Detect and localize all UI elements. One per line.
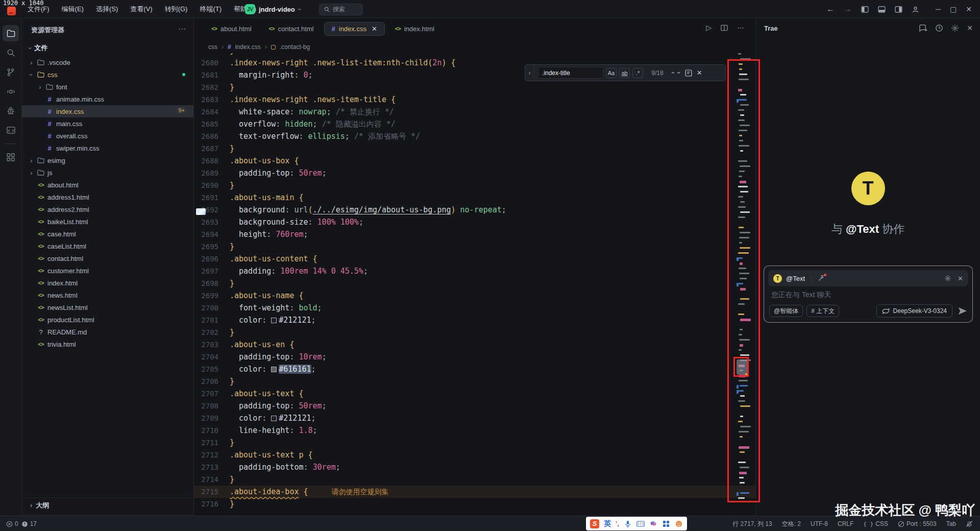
next-match-icon[interactable]: › (675, 71, 683, 74)
code-line[interactable]: 2712.about-us-text p { (194, 449, 755, 461)
file-row[interactable]: <>index.html (22, 277, 193, 289)
encoding[interactable]: UTF-8 (811, 520, 828, 527)
project-switcher[interactable]: JV jndrd-video › (241, 3, 305, 15)
code-line[interactable]: 2686 text-overflow: ellipsis; /* 添加省略号 *… (194, 130, 755, 142)
close-icon[interactable]: ✕ (372, 25, 377, 33)
menu-view[interactable]: 查看(V) (125, 3, 157, 15)
port-status[interactable]: Port : 5503 (898, 520, 937, 527)
cursor-position[interactable]: 行 2717, 列 13 (732, 520, 772, 528)
code-line[interactable]: 2701 color: #212121; (194, 314, 755, 326)
regex-toggle[interactable]: .* (632, 68, 643, 78)
menu-edit[interactable]: 编辑(E) (57, 3, 89, 15)
code-line[interactable]: 2710 line-height: 1.8; (194, 424, 755, 437)
punctuation-icon[interactable]: ’, (616, 520, 619, 527)
code-line[interactable]: 2682} (194, 81, 755, 93)
file-row[interactable]: <>news.html (22, 289, 193, 301)
minimize-icon[interactable]: ─ (936, 5, 941, 13)
close-icon[interactable]: ✕ (967, 24, 973, 32)
breadcrumb-folder[interactable]: css (208, 43, 217, 51)
source-control-icon[interactable] (3, 64, 19, 80)
code-line[interactable]: 2698} (194, 277, 755, 289)
file-row[interactable]: <>contact.html (22, 252, 193, 264)
explorer-icon[interactable] (3, 25, 19, 41)
file-row[interactable]: ›.vscode (22, 56, 193, 68)
file-row[interactable]: <>address2.html (22, 203, 193, 215)
model-selector[interactable]: DeepSeek-V3-0324 (876, 304, 952, 318)
file-row[interactable]: <>about.html (22, 179, 193, 191)
file-row[interactable]: #index.css9+ (22, 105, 193, 117)
send-icon[interactable] (958, 307, 967, 315)
tab-about.html[interactable]: <>about.html (204, 22, 259, 35)
sogou-logo-icon[interactable]: S (590, 519, 599, 528)
problems-warnings[interactable]: 17 (21, 520, 37, 527)
preview-icon[interactable] (3, 122, 19, 138)
code-line[interactable]: 2691.about-us-main { (194, 191, 755, 204)
file-row[interactable]: #main.css (22, 117, 193, 130)
language-mode[interactable]: { } CSS (863, 520, 888, 527)
code-line[interactable]: 2703.about-us-en { (194, 339, 755, 351)
file-row[interactable]: <>trivia.html (22, 338, 193, 350)
remote-icon[interactable] (3, 83, 19, 100)
menu-goto[interactable]: 转到(G) (160, 3, 193, 15)
apps-grid-icon[interactable] (3, 149, 19, 165)
file-row[interactable]: ?README.md (22, 326, 193, 338)
code-line[interactable]: 2707.about-us-text { (194, 388, 755, 400)
debug-icon[interactable] (3, 103, 19, 119)
breadcrumb[interactable]: css › # index.css › .contact-bg (208, 41, 310, 53)
skin-icon[interactable] (649, 520, 657, 527)
file-row[interactable]: ›js (22, 166, 193, 179)
menu-select[interactable]: 选择(S) (91, 3, 123, 15)
code-line[interactable]: 2694 height: 760rem; (194, 228, 755, 240)
code-line[interactable]: 2699.about-us-name { (194, 289, 755, 302)
color-swatch[interactable] (271, 367, 277, 372)
emoji-icon[interactable] (675, 520, 683, 527)
close-icon[interactable]: ✕ (966, 5, 972, 13)
files-section-header[interactable]: › 文件 (22, 42, 193, 54)
menu-file[interactable]: 文件(F) (22, 3, 55, 15)
file-row[interactable]: <>productList.html (22, 313, 193, 326)
code-line[interactable]: 2711} (194, 437, 755, 449)
file-row[interactable]: <>customer.html (22, 264, 193, 277)
whole-word-toggle[interactable]: ab (619, 68, 630, 78)
color-swatch[interactable] (271, 416, 277, 421)
settings-icon[interactable] (944, 275, 951, 282)
panel-right-icon[interactable] (895, 6, 902, 13)
code-line[interactable]: 2693 background-size: 100% 100%; (194, 216, 755, 228)
breadcrumb-file[interactable]: index.css (235, 43, 261, 51)
toolbox-icon[interactable] (662, 520, 670, 527)
panel-left-icon[interactable] (861, 6, 869, 13)
outline-section[interactable]: › 大纲 (22, 497, 193, 513)
find-input[interactable] (538, 67, 603, 79)
code-area[interactable]: 2679}2680.index-news-right .news-list-it… (194, 53, 755, 516)
file-row[interactable]: <>baikeList.html (22, 215, 193, 228)
indent-setting[interactable]: 空格: 2 (782, 520, 801, 528)
file-row[interactable]: ›css (22, 68, 193, 81)
tab-index.html[interactable]: <>index.html (388, 22, 442, 35)
search-icon[interactable] (3, 44, 19, 61)
code-line[interactable]: 2704 padding-top: 10rem; (194, 351, 755, 363)
eol-setting[interactable]: CRLF (838, 520, 853, 527)
file-row[interactable]: ›font (22, 81, 193, 93)
code-line[interactable]: 2714} (194, 473, 755, 486)
code-line[interactable]: 2685 overflow: hidden; /* 隐藏溢出内容 */ (194, 118, 755, 130)
keyboard-icon[interactable] (636, 520, 645, 527)
file-row[interactable]: <>newsList.html (22, 301, 193, 313)
code-line[interactable]: 2697 padding: 100rem 14% 0 45.5%; (194, 265, 755, 277)
code-line[interactable]: 2708 padding-top: 50rem; (194, 400, 755, 412)
match-case-toggle[interactable]: Aa (606, 68, 617, 78)
image-preview-icon[interactable] (196, 208, 206, 215)
code-line[interactable]: 2692 background: url(./../esimg/img/abou… (194, 204, 755, 216)
code-line[interactable]: 2679} (194, 53, 755, 57)
file-row[interactable]: #animate.min.css (22, 93, 193, 105)
file-row[interactable]: <>case.html (22, 228, 193, 240)
code-line[interactable]: 2715.about-idea-box {请勿使用空规则集 (194, 486, 755, 498)
settings-icon[interactable] (951, 24, 959, 32)
code-line[interactable]: 2713 padding-bottom: 30rem; (194, 461, 755, 473)
bell-muted-icon[interactable] (966, 520, 973, 527)
account-icon[interactable] (912, 6, 919, 13)
close-icon[interactable]: ✕ (697, 69, 702, 77)
code-line[interactable]: 2695} (194, 240, 755, 253)
forward-arrow-icon[interactable]: → (844, 5, 852, 14)
app-logo-icon[interactable] (7, 7, 16, 15)
code-line[interactable]: 2716} (194, 498, 755, 510)
